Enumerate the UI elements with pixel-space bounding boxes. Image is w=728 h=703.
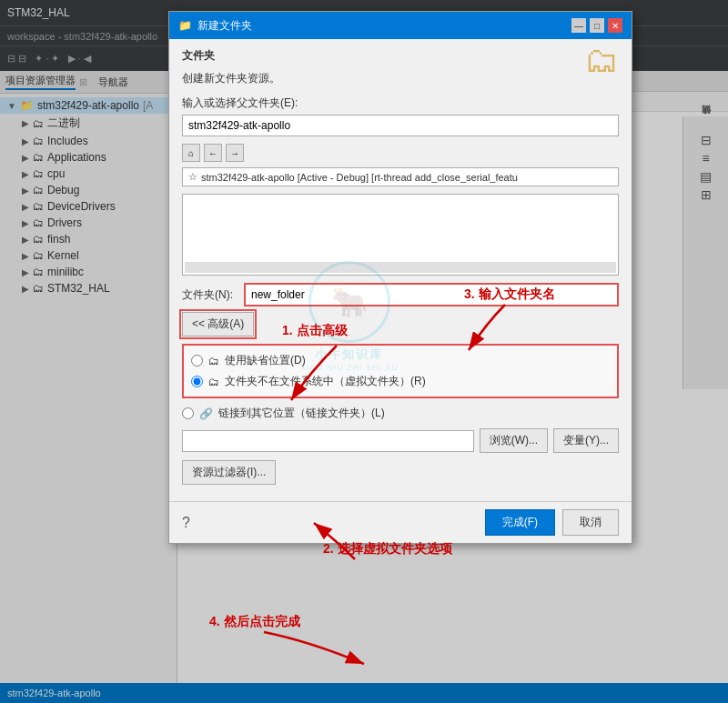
dialog-title: 新建文件夹 [197,18,252,34]
dialog-body: 🗂 文件夹 创建新文件夹资源。 输入或选择父文件夹(E): ⌂ ← → ☆ st… [169,39,632,501]
horizontal-scrollbar[interactable] [185,262,616,273]
dialog-section-title: 文件夹 [182,48,619,64]
variable-button[interactable]: 变量(Y)... [553,428,619,453]
nav-forward-button[interactable]: → [226,144,244,162]
filename-row: 文件夹(N): [182,283,619,306]
resource-filter-button[interactable]: 资源过滤器(I)... [182,460,276,485]
parent-folder-input[interactable] [182,115,619,136]
advanced-section: << 高级(A) 🗂 使用缺省位置(D) 🗂 文件夹不在文件系统中（虚拟文件夹）… [182,312,619,485]
radio-default-input[interactable] [191,355,203,367]
breadcrumb-bar: ☆ stm32f429-atk-apollo [Active - Debug] … [182,167,619,186]
browse-button[interactable]: 浏览(W)... [480,428,548,453]
radio-group: 🗂 使用缺省位置(D) 🗂 文件夹不在文件系统中（虚拟文件夹）(R) [182,344,619,398]
modal-overlay: 📁 新建文件夹 — □ ✕ 🗂 文件夹 创建新文件夹资源。 输入或选择父文件夹(… [0,0,728,703]
radio-default-label: 🗂 [208,355,219,367]
radio-virtual-label: 🗂 [208,376,219,388]
dialog-description: 创建新文件夹资源。 [182,71,619,86]
browse-row: 浏览(W)... 变量(Y)... [182,428,619,453]
nav-toolbar: ⌂ ← → [182,144,619,162]
dialog-titlebar: 📁 新建文件夹 — □ ✕ [169,12,632,39]
breadcrumb-icon: ☆ [188,171,197,183]
advanced-button[interactable]: << 高级(A) [182,312,254,336]
nav-home-button[interactable]: ⌂ [182,144,200,162]
folder-name-input[interactable] [244,283,619,306]
nav-back-button[interactable]: ← [204,144,222,162]
dialog-footer: ? 完成(F) 取消 [169,501,632,543]
link-icon: 🔗 [199,407,213,420]
close-button[interactable]: ✕ [608,18,622,33]
dialog-title-icon: 📁 [178,19,192,32]
maximize-button[interactable]: □ [590,18,604,33]
finish-button[interactable]: 完成(F) [485,509,555,536]
radio-link-input[interactable] [182,407,194,419]
title-controls: — □ ✕ [571,18,622,33]
radio-virtual-input[interactable] [191,376,203,387]
new-folder-dialog: 📁 新建文件夹 — □ ✕ 🗂 文件夹 创建新文件夹资源。 输入或选择父文件夹(… [168,11,632,544]
link-option[interactable]: 🔗 链接到其它位置（链接文件夹）(L) [182,406,619,421]
radio-default-location[interactable]: 🗂 使用缺省位置(D) [191,353,610,368]
cancel-button[interactable]: 取消 [562,509,619,536]
breadcrumb-content: stm32f429-atk-apollo [Active - Debug] [r… [201,172,518,183]
resource-filter-row: 资源过滤器(I)... [182,460,619,485]
radio-virtual-text: 文件夹不在文件系统中（虚拟文件夹）(R) [225,374,426,389]
input-label: 输入或选择父文件夹(E): [182,95,619,111]
filename-label: 文件夹(N): [182,287,237,303]
browse-path-input[interactable] [182,430,474,452]
help-icon[interactable]: ? [182,515,190,531]
minimize-button[interactable]: — [571,18,586,33]
radio-virtual-folder[interactable]: 🗂 文件夹不在文件系统中（虚拟文件夹）(R) [191,374,610,389]
radio-default-text: 使用缺省位置(D) [225,353,306,368]
large-folder-icon: 🗂 [584,41,619,80]
file-list-area[interactable] [182,194,619,276]
link-text: 链接到其它位置（链接文件夹）(L) [218,406,385,421]
